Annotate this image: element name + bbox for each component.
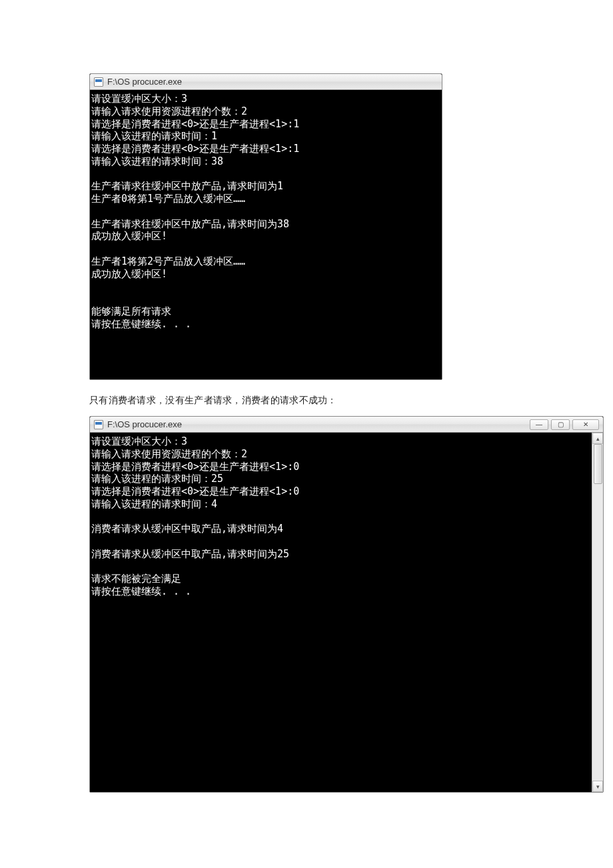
terminal-wrap: 请设置缓冲区大小：3请输入请求使用资源进程的个数：2请选择是消费者进程<0>还是…: [90, 433, 603, 792]
titlebar[interactable]: F:\OS procucer.exe — ▢ ✕: [90, 417, 603, 433]
scroll-down-arrow-icon[interactable]: ▾: [592, 781, 603, 792]
terminal-line: 请选择是消费者进程<0>还是生产者进程<1>:0: [91, 461, 590, 473]
terminal-line: [91, 561, 590, 573]
terminal-line: 请输入该进程的请求时间：1: [91, 130, 440, 143]
terminal-output-1: 请设置缓冲区大小：3请输入请求使用资源进程的个数：2请选择是消费者进程<0>还是…: [90, 90, 442, 379]
close-button[interactable]: ✕: [572, 419, 599, 430]
terminal-line: 请输入该进程的请求时间：4: [91, 498, 590, 511]
terminal-line: [91, 168, 440, 181]
terminal-line: 消费者请求从缓冲区中取产品,请求时间为25: [91, 548, 590, 561]
terminal-line: 生产者0将第1号产品放入缓冲区……: [91, 193, 440, 205]
app-icon: [94, 420, 103, 429]
terminal-line: 请按任意键继续. . .: [91, 585, 590, 598]
terminal-line: [91, 243, 440, 255]
terminal-line: 请选择是消费者进程<0>还是生产者进程<1>:0: [91, 485, 590, 498]
terminal-line: 请输入该进程的请求时间：38: [91, 155, 440, 168]
caption-text: 只有消费者请求，没有生产者请求，消费者的请求不成功：: [89, 395, 613, 407]
terminal-line: 请输入请求使用资源进程的个数：2: [91, 105, 440, 118]
terminal-line: 请输入请求使用资源进程的个数：2: [91, 448, 590, 461]
terminal-line: [91, 511, 590, 523]
console-window-1: F:\OS procucer.exe 请设置缓冲区大小：3请输入请求使用资源进程…: [89, 73, 442, 380]
console-window-2: F:\OS procucer.exe — ▢ ✕ 请设置缓冲区大小：3请输入请求…: [89, 416, 604, 793]
terminal-line: 生产者请求往缓冲区中放产品,请求时间为38: [91, 218, 440, 231]
terminal-line: 成功放入缓冲区!: [91, 268, 440, 281]
terminal-line: [91, 535, 590, 548]
titlebar-left: F:\OS procucer.exe: [94, 419, 182, 429]
terminal-line: 请设置缓冲区大小：3: [91, 93, 440, 105]
terminal-line: 消费者请求从缓冲区中取产品,请求时间为4: [91, 523, 590, 535]
terminal-line: [91, 293, 440, 305]
scroll-thumb[interactable]: [594, 444, 602, 484]
titlebar[interactable]: F:\OS procucer.exe: [90, 74, 442, 90]
window-title: F:\OS procucer.exe: [107, 419, 182, 429]
terminal-line: 生产者请求往缓冲区中放产品,请求时间为1: [91, 180, 440, 193]
terminal-line: 请选择是消费者进程<0>还是生产者进程<1>:1: [91, 118, 440, 131]
terminal-line: [91, 280, 440, 293]
document-page: F:\OS procucer.exe 请设置缓冲区大小：3请输入请求使用资源进程…: [0, 73, 613, 793]
window-title: F:\OS procucer.exe: [107, 77, 182, 87]
terminal-line: [91, 205, 440, 218]
minimize-button[interactable]: —: [530, 419, 548, 430]
terminal-line: 成功放入缓冲区!: [91, 230, 440, 243]
window-controls: — ▢ ✕: [530, 419, 599, 430]
terminal-line: 请按任意键继续. . .: [91, 318, 440, 331]
terminal-line: 请设置缓冲区大小：3: [91, 435, 590, 448]
scroll-track[interactable]: [592, 444, 603, 781]
terminal-line: 生产者1将第2号产品放入缓冲区……: [91, 255, 440, 268]
terminal-line: 请求不能被完全满足: [91, 573, 590, 585]
terminal-line: 请选择是消费者进程<0>还是生产者进程<1>:1: [91, 143, 440, 155]
vertical-scrollbar[interactable]: ▴ ▾: [592, 433, 603, 792]
titlebar-left: F:\OS procucer.exe: [94, 77, 182, 87]
scroll-up-arrow-icon[interactable]: ▴: [592, 433, 603, 444]
maximize-button[interactable]: ▢: [551, 419, 570, 430]
terminal-line: 请输入该进程的请求时间：25: [91, 473, 590, 485]
terminal-output-2: 请设置缓冲区大小：3请输入请求使用资源进程的个数：2请选择是消费者进程<0>还是…: [90, 433, 592, 792]
terminal-wrap: 请设置缓冲区大小：3请输入请求使用资源进程的个数：2请选择是消费者进程<0>还是…: [90, 90, 442, 379]
app-icon: [94, 77, 103, 87]
terminal-line: 能够满足所有请求: [91, 305, 440, 318]
